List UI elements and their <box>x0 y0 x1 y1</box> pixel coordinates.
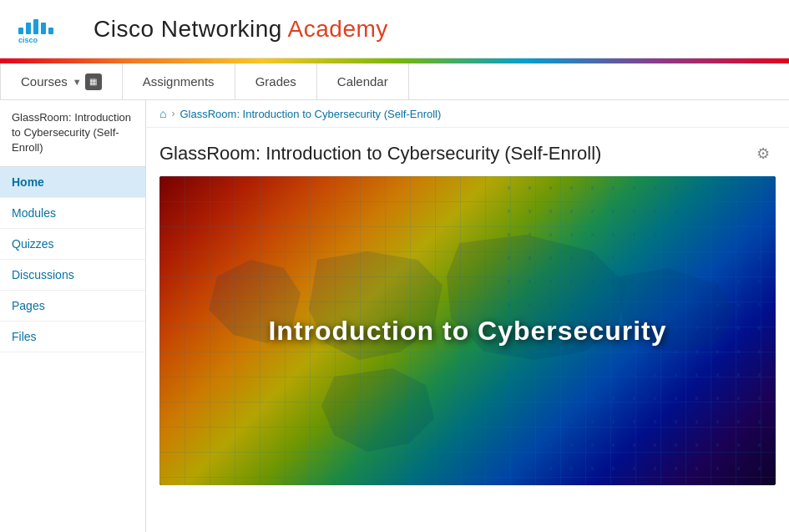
site-title: Cisco Networking Academy <box>94 16 388 43</box>
courses-label: Courses <box>21 74 68 89</box>
sidebar-item-home[interactable]: Home <box>0 167 145 198</box>
nav-item-assignments[interactable]: Assignments <box>123 63 235 99</box>
courses-grid-icon: ▦ <box>85 73 102 90</box>
svg-rect-2 <box>33 19 38 34</box>
svg-text:cisco: cisco <box>18 36 38 44</box>
svg-rect-1 <box>26 23 31 34</box>
grades-label: Grades <box>255 74 296 89</box>
hero-image: Introduction to Cybersecurity <box>159 176 776 485</box>
svg-rect-3 <box>41 23 46 34</box>
assignments-label: Assignments <box>143 74 215 89</box>
sidebar-item-pages[interactable]: Pages <box>0 291 145 322</box>
settings-icon: ⚙ <box>756 144 770 163</box>
nav-item-calendar[interactable]: Calendar <box>317 63 409 99</box>
page-title-area: GlassRoom: Introduction to Cybersecurity… <box>146 128 789 176</box>
svg-rect-4 <box>48 28 53 34</box>
sidebar-course-title: GlassRoom: Introduction to Cybersecurity… <box>0 100 145 167</box>
nav-item-courses[interactable]: Courses ▼ ▦ <box>0 63 123 99</box>
hero-title-text: Introduction to Cybersecurity <box>268 316 666 347</box>
sidebar-item-modules[interactable]: Modules <box>0 198 145 229</box>
breadcrumb-chevron-icon: › <box>171 108 174 119</box>
cisco-logo-icon: cisco <box>17 13 83 46</box>
navigation-bar: Courses ▼ ▦ Assignments Grades Calendar <box>0 63 789 100</box>
courses-caret: ▼ <box>73 77 82 87</box>
page-title: GlassRoom: Introduction to Cybersecurity… <box>159 143 601 165</box>
svg-rect-0 <box>18 28 23 34</box>
content-area: ⌂ › GlassRoom: Introduction to Cybersecu… <box>146 100 789 532</box>
breadcrumb: ⌂ › GlassRoom: Introduction to Cybersecu… <box>146 100 789 128</box>
logo-area: cisco Cisco Networking Academy <box>17 13 388 46</box>
main-layout: GlassRoom: Introduction to Cybersecurity… <box>0 100 789 532</box>
sidebar-item-quizzes[interactable]: Quizzes <box>0 229 145 260</box>
settings-button[interactable]: ⚙ <box>751 141 776 166</box>
sidebar-item-files[interactable]: Files <box>0 322 145 352</box>
sidebar: GlassRoom: Introduction to Cybersecurity… <box>0 100 146 532</box>
breadcrumb-home-icon[interactable]: ⌂ <box>159 107 166 120</box>
sidebar-item-discussions[interactable]: Discussions <box>0 260 145 291</box>
hero-canvas: Introduction to Cybersecurity <box>159 176 776 485</box>
breadcrumb-course-link[interactable]: GlassRoom: Introduction to Cybersecurity… <box>180 108 441 120</box>
page-header: cisco Cisco Networking Academy <box>0 0 789 58</box>
calendar-label: Calendar <box>337 74 388 89</box>
nav-item-grades[interactable]: Grades <box>235 63 317 99</box>
